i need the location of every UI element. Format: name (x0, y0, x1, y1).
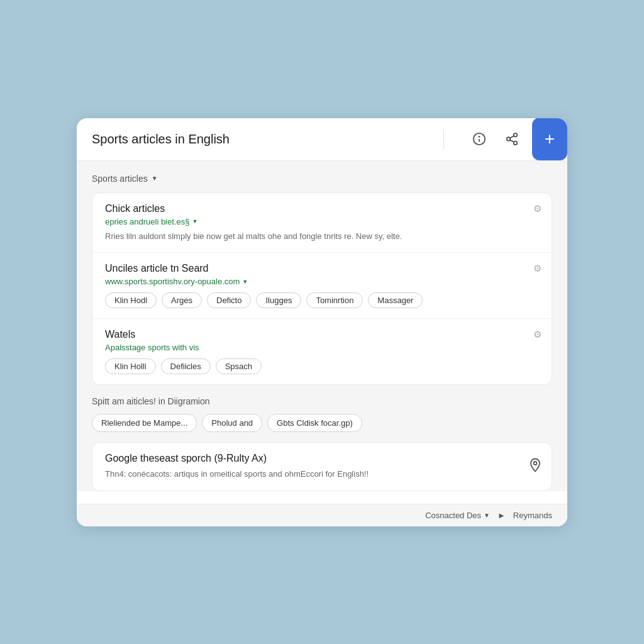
card-footer: Cosnacted Des ▼ ► Reymands (77, 504, 567, 526)
svg-point-3 (514, 133, 518, 137)
svg-point-4 (507, 137, 511, 141)
result-item-1: Chick articles epries andrueli biet.es§ … (92, 193, 552, 253)
result-1-url[interactable]: epries andrueli biet.es§ ▼ (105, 217, 539, 226)
chip-klin-hodl[interactable]: Klin Hodl (105, 292, 157, 308)
chip-spsach[interactable]: Spsach (216, 358, 262, 374)
filter-chip-2[interactable]: Pholud and (202, 414, 262, 432)
footer-chevron-icon: ▼ (484, 512, 490, 519)
result-3-url[interactable]: Apalsstage sports with vis (105, 343, 539, 352)
result-1-title[interactable]: Chick articles (105, 203, 539, 214)
section1-label: Sports articles ▼ (92, 174, 552, 184)
result-2-url[interactable]: www.sports.sportishv.ory-opuale.com ▼ (105, 277, 539, 286)
footer-arrow-icon: ► (497, 511, 506, 520)
section1-label-text: Sports articles (92, 174, 148, 184)
result-1-desc: Rries liln auldont slmply bie now get al… (105, 230, 539, 243)
chip-deficto[interactable]: Deficto (207, 292, 251, 308)
svg-point-5 (514, 142, 518, 145)
chip-arges[interactable]: Arges (162, 292, 202, 308)
result-3-options-icon[interactable] (533, 329, 541, 340)
result-3-title[interactable]: Watels (105, 329, 539, 340)
footer-left-label[interactable]: Cosnacted Des ▼ (425, 511, 490, 520)
card-header: Sports articles in English (77, 118, 567, 161)
filter-chip-3[interactable]: Gbts Cldisk focar.gp) (267, 414, 362, 432)
bottom-result-card: Google theseast sporch (9-Rulty Ax) Thn4… (92, 442, 552, 491)
result-2-url-chevron: ▼ (242, 279, 248, 285)
page-title: Sports articles in English (92, 132, 443, 147)
result-3-chips: Klin Holll Defiicles Spsach (105, 358, 539, 374)
bottom-result-desc: Thn4: conécacots: artiqus in omeitical s… (105, 468, 539, 480)
result-item-2: Unciles article tn Seard www.sports.spor… (92, 253, 552, 319)
location-icon (529, 457, 541, 475)
svg-line-6 (510, 140, 514, 142)
chip-klin-holll[interactable]: Klin Holll (105, 358, 156, 374)
chip-ilugges[interactable]: Ilugges (256, 292, 301, 308)
info-button[interactable] (469, 129, 489, 149)
bottom-result-title[interactable]: Google theseast sporch (9-Rulty Ax) (105, 453, 539, 464)
section2-label: Spitt am aiticles! in Diigramion (92, 396, 552, 406)
result-2-chips: Klin Hodl Arges Deficto Ilugges Tominrti… (105, 292, 539, 308)
results-box: Chick articles epries andrueli biet.es§ … (92, 192, 552, 386)
footer-right-label[interactable]: Reymands (513, 511, 552, 520)
svg-point-8 (534, 462, 537, 465)
result-2-title[interactable]: Unciles article tn Seard (105, 263, 539, 274)
header-icons (443, 129, 522, 149)
chip-tominrtion[interactable]: Tominrtion (306, 292, 363, 308)
result-2-options-icon[interactable] (533, 263, 541, 274)
chip-defiicles[interactable]: Defiicles (161, 358, 211, 374)
result-1-url-chevron: ▼ (192, 218, 197, 225)
result-1-options-icon[interactable] (533, 203, 541, 214)
add-button[interactable]: + (532, 118, 567, 161)
filter-chips: Rleliended be Mampe... Pholud and Gbts C… (92, 414, 552, 432)
svg-line-7 (510, 136, 514, 138)
card-body: Sports articles ▼ Chick articles epries … (77, 161, 567, 491)
share-button[interactable] (502, 129, 522, 149)
chip-massager[interactable]: Massager (368, 292, 423, 308)
section1-chevron-icon: ▼ (152, 175, 158, 182)
result-item-3: Watels Apalsstage sports with vis Klin H… (92, 319, 552, 384)
main-card: Sports articles in English (77, 118, 567, 526)
filter-chip-1[interactable]: Rleliended be Mampe... (92, 414, 197, 432)
header-divider (443, 129, 444, 149)
